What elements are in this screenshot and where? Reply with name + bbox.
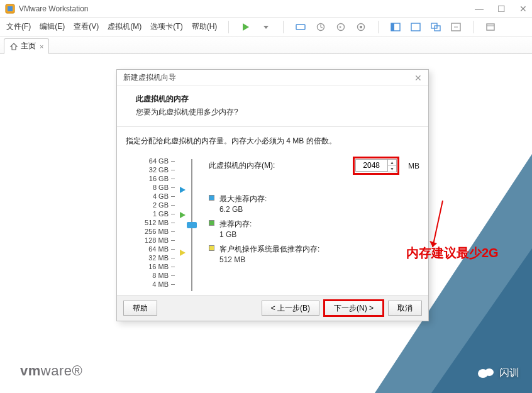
menu-file[interactable]: 文件(F) [6, 21, 31, 32]
svg-rect-4 [296, 25, 305, 30]
memory-input-highlight: ▲▼ [353, 157, 399, 175]
tab-close-icon[interactable]: × [40, 43, 43, 50]
dialog-titlebar: 新建虚拟机向导 ✕ [117, 70, 428, 86]
fullscreen-icon[interactable] [410, 21, 421, 33]
snapshot-icon[interactable] [315, 21, 326, 33]
next-button[interactable]: 下一步(N) > [324, 301, 383, 316]
dialog-title: 新建虚拟机向导 [123, 72, 176, 83]
maximize-button[interactable]: ☐ [497, 4, 506, 14]
dialog-subheading: 您要为此虚拟机使用多少内存? [136, 107, 409, 118]
memory-scale: 64 GB 32 GB 16 GB 8 GB 4 GB 2 GB 1 GB 51… [126, 157, 175, 289]
rec-min-label: 客户机操作系统最低推荐内存: [219, 244, 319, 255]
memory-slider[interactable] [185, 157, 199, 289]
window-titlebar: VMware Workstation — ☐ ✕ [0, 0, 532, 18]
tabbar: 主页 × [0, 36, 532, 54]
memory-label: 此虚拟机的内存(M): [209, 160, 275, 171]
memory-spinner[interactable]: ▲▼ [388, 159, 397, 172]
menu-view[interactable]: 查看(V) [74, 21, 99, 32]
svg-rect-9 [360, 26, 362, 28]
dialog-body: 指定分配给此虚拟机的内存量。内存大小必须为 4 MB 的倍数。 64 GB 32… [117, 127, 428, 295]
menu-tabs[interactable]: 选项卡(T) [150, 21, 182, 32]
device-icon[interactable] [295, 21, 306, 33]
marker-min-icon [180, 250, 186, 256]
slider-thumb[interactable] [187, 222, 197, 228]
home-icon [9, 42, 18, 51]
rec-label: 推荐内存: [219, 219, 252, 230]
app-icon [5, 4, 15, 14]
menu-help[interactable]: 帮助(H) [192, 21, 218, 32]
dialog-description: 指定分配给此虚拟机的内存量。内存大小必须为 4 MB 的倍数。 [126, 136, 419, 147]
svg-marker-2 [243, 23, 249, 31]
svg-marker-3 [263, 26, 269, 29]
square-green-icon [209, 220, 214, 226]
menu-vm[interactable]: 虚拟机(M) [108, 21, 141, 32]
rec-min-value: 512 MB [219, 255, 319, 264]
watermark: 闪训 [477, 365, 519, 380]
svg-rect-11 [391, 23, 394, 31]
dialog-close-icon[interactable]: ✕ [414, 73, 422, 83]
rec-value: 1 GB [219, 230, 252, 239]
menubar: 文件(F) 编辑(E) 查看(V) 虚拟机(M) 选项卡(T) 帮助(H) [0, 18, 532, 36]
wizard-dialog: 新建虚拟机向导 ✕ 此虚拟机的内存 您要为此虚拟机使用多少内存? 指定分配给此虚… [116, 69, 429, 321]
annotation-text: 内存建议最少2G [406, 245, 499, 262]
square-blue-icon [209, 195, 214, 201]
dialog-footer: 帮助 < 上一步(B) 下一步(N) > 取消 [117, 295, 428, 321]
svg-point-22 [485, 368, 494, 376]
tab-home-label: 主页 [21, 41, 36, 52]
svg-rect-17 [487, 24, 494, 30]
dialog-header: 此虚拟机的内存 您要为此虚拟机使用多少内存? [117, 86, 428, 127]
square-yellow-icon [209, 245, 214, 251]
minimize-button[interactable]: — [475, 4, 484, 14]
rec-max-value: 6.2 GB [219, 205, 267, 214]
dropdown-icon[interactable] [260, 21, 272, 33]
play-icon[interactable] [240, 21, 252, 33]
library-icon[interactable] [485, 21, 496, 33]
unity-icon[interactable] [430, 21, 441, 33]
svg-line-23 [433, 201, 443, 247]
svg-rect-12 [411, 23, 420, 31]
stretch-icon[interactable] [450, 21, 462, 33]
console-icon[interactable] [390, 21, 401, 33]
window-title: VMware Workstation [19, 4, 88, 13]
memory-input[interactable] [355, 159, 388, 172]
memory-unit: MB [408, 162, 419, 170]
close-button[interactable]: ✕ [519, 4, 527, 14]
help-button[interactable]: 帮助 [123, 301, 157, 316]
menu-edit[interactable]: 编辑(E) [40, 21, 65, 32]
svg-rect-1 [8, 6, 13, 11]
rec-max-label: 最大推荐内存: [219, 194, 267, 204]
svg-marker-7 [340, 26, 341, 28]
snapshot-back-icon[interactable] [335, 21, 346, 33]
snapshot-manager-icon[interactable] [355, 21, 367, 33]
brand-logo: vmware® [20, 363, 82, 379]
back-button[interactable]: < 上一步(B) [262, 301, 319, 316]
marker-recommended-icon [180, 212, 186, 218]
marker-max-icon [180, 187, 186, 193]
tab-home[interactable]: 主页 × [4, 38, 49, 54]
cancel-button[interactable]: 取消 [388, 301, 422, 316]
dialog-heading: 此虚拟机的内存 [136, 94, 409, 104]
